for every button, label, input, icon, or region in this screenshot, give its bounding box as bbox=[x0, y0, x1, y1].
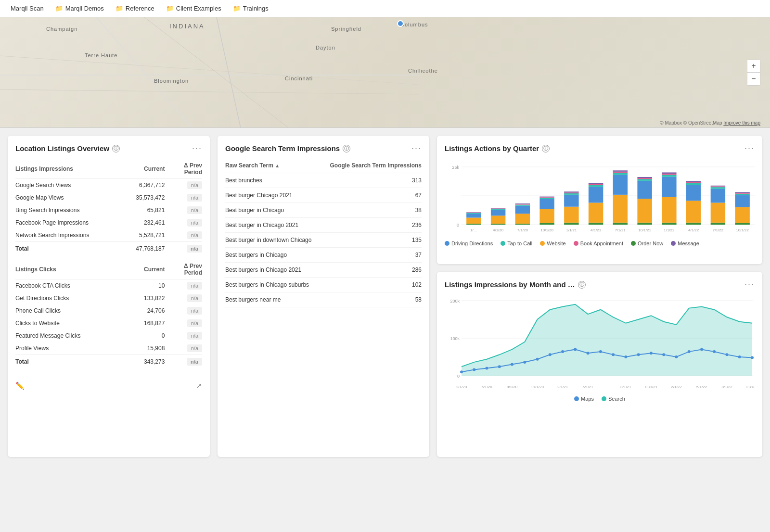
legend-dot bbox=[574, 241, 578, 246]
map-background[interactable]: Champaign INDIANA Terre Haute Bloomingto… bbox=[0, 17, 770, 127]
map-roads-svg bbox=[0, 17, 770, 127]
table-row: Phone Call Clicks 24,706 n/a bbox=[15, 304, 202, 317]
nav-reference[interactable]: 📁 Reference bbox=[111, 3, 159, 14]
info-icon[interactable]: ⓘ bbox=[343, 145, 350, 152]
svg-text:8/1/20: 8/1/20 bbox=[507, 385, 518, 389]
svg-rect-69 bbox=[662, 177, 676, 197]
sort-arrow[interactable]: ▲ bbox=[275, 163, 280, 168]
svg-rect-44 bbox=[564, 191, 578, 192]
listings-impressions-title-text: Listings Impressions by Month and … bbox=[445, 280, 575, 289]
nav-client-examples[interactable]: 📁 Client Examples bbox=[161, 3, 226, 14]
map-label-bloomington: Bloomington bbox=[154, 78, 189, 84]
svg-rect-93 bbox=[735, 192, 749, 193]
improve-map-link[interactable]: Improve this map bbox=[723, 120, 760, 126]
svg-point-122 bbox=[726, 353, 729, 356]
info-icon[interactable]: ⓘ bbox=[112, 145, 120, 152]
line-chart-legend: Maps Search bbox=[445, 396, 755, 402]
svg-rect-23 bbox=[491, 208, 505, 208]
nav-label: Marqii Demos bbox=[65, 5, 104, 12]
nav-marqii-scan[interactable]: Marqii Scan bbox=[6, 3, 49, 14]
svg-rect-72 bbox=[662, 172, 676, 173]
svg-rect-92 bbox=[735, 193, 749, 194]
svg-rect-46 bbox=[589, 223, 603, 225]
na-badge: n/a bbox=[187, 181, 202, 189]
svg-rect-53 bbox=[613, 223, 628, 225]
listings-actions-title-text: Listings Actions by Quarter bbox=[445, 144, 539, 152]
svg-text:2/1/21: 2/1/21 bbox=[557, 385, 568, 389]
svg-point-103 bbox=[486, 367, 488, 369]
svg-text:0: 0 bbox=[457, 374, 460, 379]
legend-dot bbox=[671, 241, 676, 246]
map-area: Champaign INDIANA Terre Haute Bloomingto… bbox=[0, 17, 770, 128]
search-term-cell: Best burger in Chicago 2021 bbox=[225, 218, 325, 233]
svg-rect-85 bbox=[711, 186, 725, 187]
map-zoom-in[interactable]: + bbox=[747, 60, 760, 73]
listings-actions-title: Listings Actions by Quarter ⓘ bbox=[445, 144, 550, 152]
na-badge: n/a bbox=[187, 194, 202, 202]
nav-label: Client Examples bbox=[176, 5, 221, 12]
edit-icon[interactable]: ✏️ bbox=[15, 381, 25, 390]
svg-rect-51 bbox=[589, 183, 603, 184]
search-term-cell: Best burger in Chicago bbox=[225, 203, 325, 218]
nav-label: Trainings bbox=[243, 5, 269, 12]
svg-rect-13 bbox=[466, 214, 481, 217]
nav-trainings[interactable]: 📁 Trainings bbox=[228, 3, 273, 14]
card-menu-button[interactable]: ··· bbox=[744, 143, 755, 153]
svg-rect-32 bbox=[539, 223, 554, 225]
table-row: Profile Views 15,908 n/a bbox=[15, 342, 202, 355]
svg-rect-70 bbox=[662, 175, 676, 177]
svg-rect-30 bbox=[515, 203, 530, 204]
current-header: Current bbox=[118, 160, 165, 179]
svg-point-107 bbox=[536, 358, 539, 361]
listings-impressions-header: Listings Impressions by Month and … ⓘ ··… bbox=[445, 279, 755, 290]
google-search-title-text: Google Search Term Impressions bbox=[225, 144, 340, 152]
legend-dot bbox=[445, 241, 449, 246]
legend-dot bbox=[540, 241, 545, 246]
svg-point-119 bbox=[688, 350, 691, 353]
search-table-row: Best burgers near me58 bbox=[225, 292, 422, 307]
nav-label: Marqii Scan bbox=[11, 5, 44, 12]
card-menu-button[interactable]: ··· bbox=[744, 279, 755, 290]
svg-rect-37 bbox=[539, 197, 554, 198]
nav-marqii-demos[interactable]: 📁 Marqii Demos bbox=[51, 3, 109, 14]
svg-text:4/1/20: 4/1/20 bbox=[493, 228, 504, 232]
right-column: Listings Actions by Quarter ⓘ ··· 025k1/… bbox=[437, 136, 762, 457]
search-term-cell: Best burgers in Chicago suburbs bbox=[225, 278, 325, 292]
legend-label: Search bbox=[608, 396, 625, 402]
google-search-header: Google Search Term Impressions ⓘ ··· bbox=[225, 143, 422, 153]
svg-rect-22 bbox=[491, 208, 505, 209]
svg-rect-78 bbox=[686, 182, 701, 183]
search-table-row: Best burgers in Chicago 2021286 bbox=[225, 263, 422, 278]
impressions-cell: 67 bbox=[325, 188, 422, 203]
svg-rect-90 bbox=[735, 195, 749, 207]
main-content: Location Listings Overview ⓘ ··· Listing… bbox=[0, 128, 770, 465]
card-menu-button[interactable]: ··· bbox=[192, 143, 202, 153]
svg-point-123 bbox=[738, 355, 741, 358]
svg-text:10/1/20: 10/1/20 bbox=[540, 228, 553, 232]
listings-impressions-title: Listings Impressions by Month and … ⓘ bbox=[445, 280, 586, 289]
info-icon[interactable]: ⓘ bbox=[542, 145, 550, 152]
svg-text:7/1/22: 7/1/22 bbox=[713, 228, 724, 232]
svg-point-115 bbox=[637, 353, 640, 356]
svg-rect-76 bbox=[686, 185, 701, 201]
svg-rect-88 bbox=[735, 223, 749, 225]
svg-point-109 bbox=[561, 350, 564, 353]
svg-point-106 bbox=[523, 361, 526, 364]
svg-point-112 bbox=[599, 350, 602, 353]
legend-label: Message bbox=[678, 241, 699, 246]
clicks-delta-header: Δ Prev Period bbox=[165, 261, 202, 279]
expand-icon[interactable]: ↗ bbox=[196, 381, 202, 390]
svg-rect-16 bbox=[466, 212, 481, 213]
map-zoom-out[interactable]: − bbox=[747, 73, 760, 85]
svg-text:100k: 100k bbox=[450, 336, 460, 341]
card-menu-button[interactable]: ··· bbox=[411, 143, 422, 153]
search-table-row: Best burger in downtown Chicago135 bbox=[225, 233, 422, 248]
info-icon[interactable]: ⓘ bbox=[578, 281, 586, 289]
bar-chart-svg: 025k1/…4/1/207/1/2010/1/201/1/214/1/217/… bbox=[445, 160, 755, 237]
svg-rect-62 bbox=[637, 181, 652, 199]
legend-order-now: Order Now bbox=[631, 241, 663, 246]
location-listings-header: Location Listings Overview ⓘ ··· bbox=[15, 143, 202, 153]
na-badge: n/a bbox=[187, 344, 202, 352]
svg-rect-19 bbox=[491, 215, 505, 224]
map-label-cincinnati: Cincinnati bbox=[285, 76, 313, 81]
